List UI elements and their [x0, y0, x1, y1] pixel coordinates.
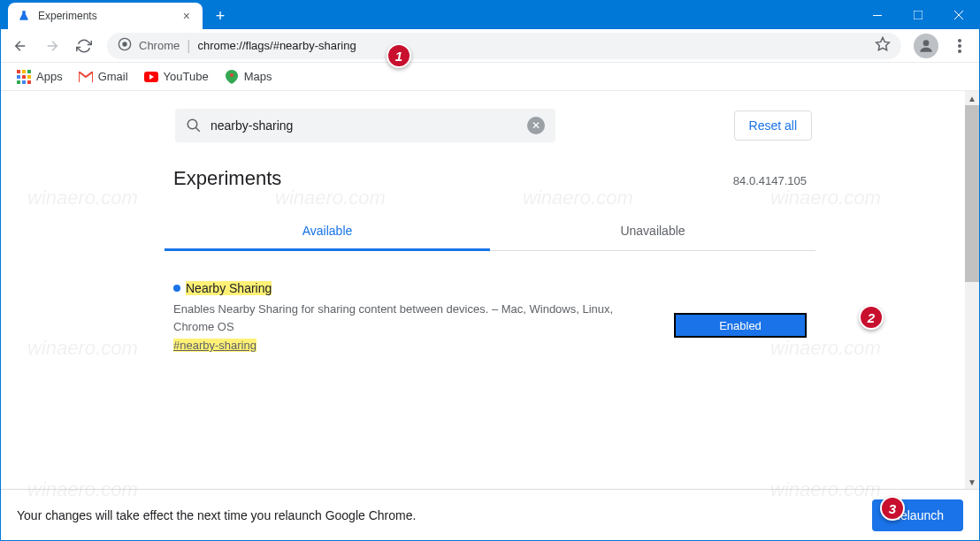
bookmark-label: Gmail: [98, 70, 128, 83]
profile-button[interactable]: [914, 34, 938, 58]
tab-available[interactable]: Available: [165, 213, 490, 251]
svg-point-8: [958, 50, 961, 53]
address-bar[interactable]: Chrome | chrome://flags/#nearby-sharing: [107, 33, 901, 59]
flask-icon: [17, 9, 31, 23]
close-tab-icon[interactable]: ×: [183, 9, 190, 23]
svg-rect-13: [22, 75, 26, 79]
relaunch-footer: Your changes will take effect the next t…: [1, 489, 979, 540]
flag-entry: Nearby Sharing Enables Nearby Sharing fo…: [165, 281, 815, 353]
maximize-button[interactable]: [898, 1, 938, 29]
search-flags-field[interactable]: [211, 118, 518, 133]
svg-point-5: [923, 40, 930, 46]
browser-toolbar: Chrome | chrome://flags/#nearby-sharing: [1, 29, 979, 63]
svg-rect-17: [27, 80, 31, 84]
bookmark-label: Apps: [36, 70, 63, 83]
svg-point-20: [188, 119, 197, 129]
svg-rect-15: [17, 80, 20, 84]
bookmark-star-icon[interactable]: [875, 36, 891, 56]
flag-anchor-link[interactable]: #nearby-sharing: [173, 339, 256, 352]
reload-button[interactable]: [70, 32, 98, 60]
chrome-version: 84.0.4147.105: [733, 174, 807, 187]
close-window-button[interactable]: [938, 1, 979, 29]
search-flags-input[interactable]: ✕: [175, 109, 555, 142]
scroll-up-arrow-icon[interactable]: ▲: [965, 91, 979, 105]
maps-icon: [225, 70, 239, 84]
address-url: chrome://flags/#nearby-sharing: [197, 39, 356, 52]
svg-rect-1: [914, 11, 923, 19]
vertical-scrollbar[interactable]: ▲ ▼: [965, 91, 979, 489]
svg-rect-12: [17, 75, 20, 79]
back-button[interactable]: [6, 32, 34, 60]
bookmark-youtube[interactable]: YouTube: [137, 66, 216, 88]
gmail-icon: [79, 70, 93, 84]
annotation-callout-2: 2: [859, 305, 884, 330]
flag-description: Enables Nearby Sharing for sharing conte…: [173, 301, 656, 335]
flag-title: Nearby Sharing: [186, 281, 272, 295]
svg-point-7: [958, 44, 961, 48]
youtube-icon: [144, 70, 158, 84]
bookmark-label: Maps: [244, 70, 272, 83]
footer-message: Your changes will take effect the next t…: [17, 508, 416, 522]
page-title: Experiments: [173, 167, 281, 190]
svg-rect-11: [27, 70, 31, 73]
bookmark-maps[interactable]: Maps: [218, 66, 279, 88]
svg-point-6: [958, 39, 961, 42]
apps-icon: [17, 70, 31, 84]
svg-rect-10: [22, 70, 26, 73]
address-separator: |: [187, 38, 190, 54]
site-info-icon[interactable]: [118, 37, 132, 54]
tab-unavailable[interactable]: Unavailable: [490, 213, 815, 250]
scroll-thumb[interactable]: [965, 105, 979, 282]
new-tab-button[interactable]: +: [208, 4, 233, 28]
flag-select-wrap: Enabled: [674, 297, 807, 353]
svg-point-3: [122, 42, 126, 46]
page-content: ✕ Reset all Experiments 84.0.4147.105 Av…: [1, 91, 979, 489]
annotation-callout-1: 1: [387, 43, 411, 68]
browser-tab[interactable]: Experiments ×: [8, 3, 203, 29]
window-titlebar: Experiments × +: [1, 1, 979, 29]
address-chip: Chrome: [139, 39, 180, 52]
svg-point-19: [230, 73, 234, 77]
svg-rect-14: [27, 75, 31, 79]
scroll-down-arrow-icon[interactable]: ▼: [965, 475, 979, 489]
bookmark-label: YouTube: [164, 70, 209, 83]
clear-search-icon[interactable]: ✕: [527, 117, 545, 134]
window-controls: [857, 1, 979, 29]
search-icon: [186, 118, 202, 133]
svg-rect-16: [22, 80, 26, 84]
flag-state-select[interactable]: Enabled: [674, 313, 807, 338]
svg-marker-4: [877, 37, 890, 50]
flags-tabs: Available Unavailable: [165, 213, 815, 251]
forward-button[interactable]: [38, 32, 66, 60]
minimize-button[interactable]: [857, 1, 898, 29]
svg-rect-0: [873, 15, 882, 16]
modified-indicator-icon: [173, 285, 180, 292]
reset-all-button[interactable]: Reset all: [734, 110, 812, 141]
bookmarks-bar: Apps Gmail YouTube Maps: [1, 63, 979, 91]
kebab-menu-button[interactable]: [946, 32, 974, 60]
tab-title: Experiments: [38, 10, 97, 22]
bookmark-apps[interactable]: Apps: [10, 66, 70, 88]
annotation-callout-3: 3: [880, 496, 905, 521]
bookmark-gmail[interactable]: Gmail: [72, 66, 135, 88]
svg-rect-9: [17, 70, 20, 73]
